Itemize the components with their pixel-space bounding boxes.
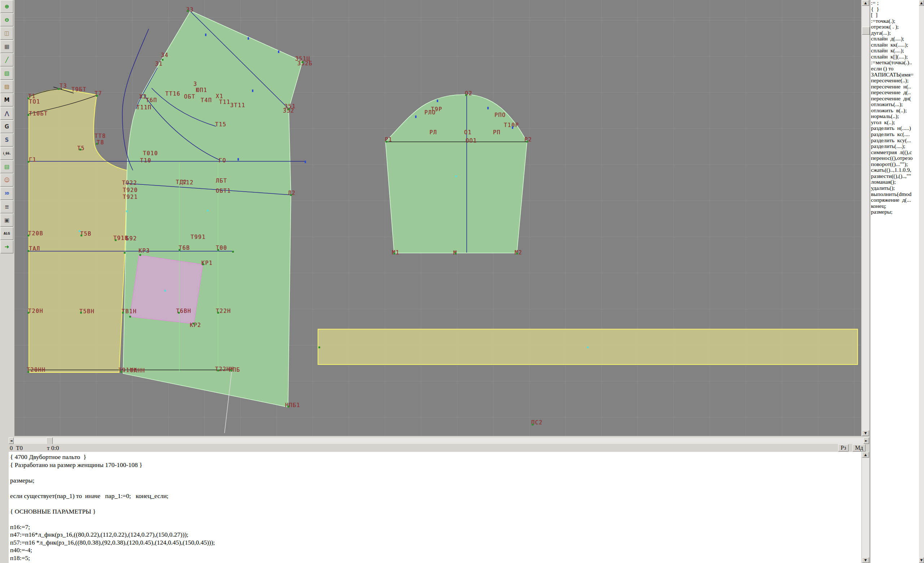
canvas-scroll-left-icon[interactable]: ◄: [9, 437, 14, 444]
command-item[interactable]: :=точка(.);: [870, 18, 919, 24]
green-point-marker: [302, 61, 303, 63]
command-item[interactable]: удалить();: [870, 185, 919, 191]
point-label-Б92: Б92: [126, 236, 137, 241]
point-label-Т11П: Т11П: [136, 105, 152, 111]
code-line: п47:=п16*л_фнк(рз_16,((80,0.22),(112,0.2…: [10, 531, 861, 539]
command-item[interactable]: разделить кс(....: [870, 131, 919, 138]
printer-icon[interactable]: ▣: [0, 214, 14, 227]
pattern-sheet-icon[interactable]: ▨: [0, 80, 14, 93]
command-item[interactable]: разделить(....);: [870, 143, 919, 150]
command-item[interactable]: пересечение(..);: [870, 78, 919, 84]
preview-sheet-icon[interactable]: ◫: [0, 27, 14, 40]
command-item[interactable]: сплайн кк(.....);: [870, 42, 919, 48]
segment-icon[interactable]: ╱: [0, 53, 14, 66]
command-item[interactable]: пересечение н(..: [870, 84, 919, 90]
command-item[interactable]: пересечение дн(: [870, 96, 919, 102]
command-item[interactable]: отрезок( . );: [870, 24, 919, 30]
command-item[interactable]: := ;: [870, 0, 919, 6]
m-pattern-icon[interactable]: M: [0, 93, 14, 106]
command-item[interactable]: если () то: [870, 66, 919, 72]
green-point-marker: [455, 253, 457, 255]
point-label-Т12: Т12: [182, 180, 194, 186]
s-ruler-icon[interactable]: S: [0, 133, 14, 147]
canvas-scroll-down-icon[interactable]: ▼: [862, 430, 869, 436]
sidebar-scrollbar[interactable]: ▲ ▼: [919, 0, 924, 563]
code-line: п57:=п16 *л_фнк(рз_16,((80,0.38),(92,0.3…: [10, 539, 861, 547]
green-point-marker: [27, 97, 29, 99]
md-button[interactable]: Мд: [852, 444, 866, 451]
portrait-icon[interactable]: ☺: [0, 174, 14, 187]
command-item[interactable]: конец;: [870, 203, 919, 209]
command-item[interactable]: { }: [870, 6, 919, 12]
green-point-marker: [193, 323, 195, 325]
sidebar-scroll-down-icon[interactable]: ▼: [919, 557, 924, 563]
green-point-marker: [187, 10, 189, 12]
command-item[interactable]: отложить(...);: [870, 102, 919, 108]
rz-button[interactable]: Рз: [838, 444, 849, 451]
green-point-marker: [465, 94, 467, 96]
command-item[interactable]: дуга(...);: [870, 30, 919, 36]
sheet-map-icon[interactable]: ▧: [0, 67, 14, 80]
command-item[interactable]: развести((),()..,"": [870, 173, 919, 180]
threed-icon[interactable]: 3D: [0, 187, 14, 200]
sidebar-scroll-up-icon[interactable]: ▲: [919, 0, 924, 6]
green-point-marker: [178, 312, 180, 314]
command-item[interactable]: [ ]: [870, 12, 919, 18]
printer-icon: ▣: [4, 217, 9, 223]
command-item[interactable]: ЗАПИСАТЬ(имя=: [870, 72, 919, 78]
point-label-Т010: Т010: [143, 151, 158, 156]
compass-icon[interactable]: ⋀: [0, 107, 14, 120]
command-item[interactable]: сплайн д(....);: [870, 36, 919, 42]
canvas-hscrollbar[interactable]: ◄ ►: [9, 437, 869, 444]
green-point-marker: [526, 141, 528, 142]
drawing-canvas[interactable]: Т3Т9БТТ7Т1ТО1Т10БТТТ8Т8Т5Г1Т20ВТ5ВТ91ВБ9…: [14, 0, 861, 436]
green-point-marker: [120, 371, 122, 373]
green-point-marker: [532, 424, 534, 425]
point-label-3: 3: [194, 82, 197, 87]
command-item[interactable]: размеры;: [870, 209, 919, 215]
command-item[interactable]: разделить н(.....): [870, 125, 919, 131]
text-scroll-down-icon[interactable]: ▼: [862, 557, 869, 563]
command-item[interactable]: разделить ксу(...: [870, 138, 919, 144]
zoom-window-icon[interactable]: ⊖: [0, 13, 14, 26]
canvas-vscrollbar[interactable]: ▲ ▼: [862, 0, 869, 436]
alg-icon[interactable]: ALG: [0, 227, 14, 240]
command-item[interactable]: сжать(()..,1.1.0.9,: [870, 167, 919, 173]
code-line: п40:=-4;: [10, 547, 861, 554]
command-item[interactable]: симметрия л((),с: [870, 150, 919, 156]
command-item[interactable]: поворот(()..."");: [870, 161, 919, 168]
point-label-Т922: Т922: [122, 180, 137, 186]
blue-point-marker: [437, 100, 438, 102]
command-item[interactable]: сплайн к[](....);: [870, 54, 919, 60]
blue-point-marker: [205, 34, 207, 36]
command-item[interactable]: :=метка(точка(.)..: [870, 60, 919, 66]
canvas-vscroll-thumb[interactable]: [862, 27, 870, 34]
grid-icon[interactable]: ▦: [0, 40, 14, 53]
i66-icon[interactable]: i_66.: [0, 147, 14, 160]
point-label-ЛБТ: ЛБТ: [216, 178, 227, 184]
canvas-hscroll-thumb[interactable]: [46, 437, 53, 445]
hand-import-icon[interactable]: ➔: [0, 240, 14, 253]
command-item[interactable]: пересечение д(..: [870, 90, 919, 96]
point-label-ОО1: ОО1: [466, 138, 477, 144]
cyan-point-marker: [455, 175, 457, 177]
table-icon[interactable]: ▤: [0, 160, 14, 173]
zoom-in-icon[interactable]: ⊕: [0, 0, 14, 13]
command-item[interactable]: нормаль(..);: [870, 113, 919, 120]
command-item[interactable]: перенос((),отрезо: [870, 155, 919, 161]
command-item[interactable]: отложить в(..);: [870, 108, 919, 114]
command-item[interactable]: ломаная();: [870, 179, 919, 185]
command-item[interactable]: сплайн к(....);: [870, 48, 919, 54]
text-list-icon[interactable]: ≡: [0, 200, 14, 213]
command-item[interactable]: угол к(..);: [870, 120, 919, 126]
command-item[interactable]: выполнить(dmod: [870, 191, 919, 198]
g-tool-icon[interactable]: G: [0, 120, 14, 133]
green-point-marker: [202, 264, 204, 265]
canvas-scroll-up-icon[interactable]: ▲: [862, 0, 869, 6]
command-item[interactable]: сопряжение д(...: [870, 197, 919, 203]
text-vscrollbar[interactable]: ▲ ▼: [862, 452, 869, 563]
program-text-area[interactable]: { 4700 Двубортное пальто }{ Разработано …: [9, 452, 861, 563]
text-scroll-up-icon[interactable]: ▲: [862, 452, 869, 458]
hand-import-icon: ➔: [5, 244, 9, 250]
canvas-scroll-right-icon[interactable]: ►: [863, 437, 869, 444]
